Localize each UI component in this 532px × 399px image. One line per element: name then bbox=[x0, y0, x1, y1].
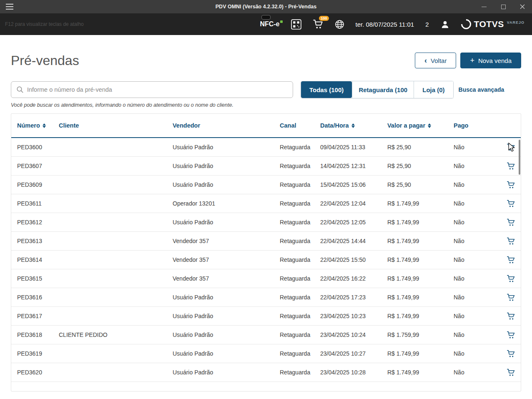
cart-icon bbox=[507, 162, 515, 170]
cart-icon bbox=[507, 350, 515, 358]
table-row[interactable]: PED3617 Usuário Padrão Retaguarda 23/04/… bbox=[11, 307, 521, 326]
cell-numero: PED3616 bbox=[17, 294, 59, 301]
open-sale-cart-button[interactable] bbox=[507, 294, 515, 301]
nfce-status[interactable]: NFC-e bbox=[260, 20, 279, 28]
open-sale-cart-button[interactable] bbox=[507, 312, 515, 320]
open-sale-cart-button[interactable] bbox=[507, 256, 515, 264]
window-title: PDV OMNI (Versão 4.2.32.0) - Pré-Vendas bbox=[216, 4, 316, 10]
cell-valor: R$ 1.749,99 bbox=[387, 238, 454, 244]
cell-canal: Retaguarda bbox=[280, 256, 320, 263]
table-row[interactable]: PED3613 Vendedor 357 Retaguarda 22/04/20… bbox=[11, 232, 521, 251]
table-row[interactable]: PED3619 Usuário Padrão Retaguarda 23/04/… bbox=[11, 344, 521, 363]
maximize-button[interactable] bbox=[494, 0, 513, 13]
cell-vendedor: Operador 13201 bbox=[173, 200, 280, 207]
column-header-numero[interactable]: Número bbox=[17, 122, 59, 129]
table-row[interactable]: PED3614 Vendedor 357 Retaguarda 22/04/20… bbox=[11, 251, 521, 269]
table-row[interactable]: PED3611 Operador 13201 Retaguarda 22/04/… bbox=[11, 194, 521, 213]
session-counter: 2 bbox=[425, 21, 429, 28]
plus-icon: + bbox=[470, 57, 474, 64]
datetime-label: ter. 08/07/2025 11:01 bbox=[356, 21, 414, 28]
table-row[interactable]: PED3615 Vendedor 357 Retaguarda 22/04/20… bbox=[11, 269, 521, 288]
presales-table: Número Cliente Vendedor Canal Data/Hora … bbox=[11, 113, 521, 391]
back-button[interactable]: ‹ Voltar bbox=[415, 53, 456, 68]
cart-icon bbox=[507, 369, 515, 376]
cell-valor: R$ 1.749,99 bbox=[387, 275, 454, 282]
sort-icon[interactable] bbox=[428, 123, 431, 128]
table-row[interactable]: PED3616 Usuário Padrão Retaguarda 22/04/… bbox=[11, 288, 521, 307]
cart-icon bbox=[507, 218, 515, 226]
column-header-datahora[interactable]: Data/Hora bbox=[320, 122, 387, 129]
table-row[interactable]: PED3612 Usuário Padrão Retaguarda 22/04/… bbox=[11, 213, 521, 232]
cart-icon bbox=[507, 294, 515, 301]
cell-vendedor: Usuário Padrão bbox=[173, 350, 280, 357]
open-sale-cart-button[interactable] bbox=[507, 350, 515, 358]
open-sale-cart-button[interactable] bbox=[507, 181, 515, 189]
open-sale-cart-button[interactable] bbox=[507, 237, 515, 245]
cell-valor: R$ 1.749,99 bbox=[387, 350, 454, 357]
cell-datahora: 23/04/2025 10:27 bbox=[320, 350, 387, 357]
cart-button[interactable]: 100 bbox=[313, 19, 324, 30]
table-row[interactable]: PED3618 CLIENTE PEDIDO Usuário Padrão Re… bbox=[11, 326, 521, 344]
open-sale-cart-button[interactable] bbox=[507, 162, 515, 170]
menu-icon[interactable] bbox=[0, 4, 19, 10]
new-sale-button[interactable]: + Nova venda bbox=[460, 53, 521, 68]
table-row[interactable]: PED3607 Usuário Padrão Retaguarda 14/04/… bbox=[11, 157, 521, 176]
user-button[interactable] bbox=[440, 20, 450, 29]
chevron-left-icon: ‹ bbox=[424, 57, 427, 64]
cell-numero: PED3607 bbox=[17, 163, 59, 169]
cell-datahora: 22/04/2025 12:05 bbox=[320, 219, 387, 226]
cell-datahora: 09/04/2025 11:33 bbox=[320, 144, 387, 151]
shortcut-hint: F12 para visualizar teclas de atalho bbox=[5, 21, 84, 27]
cell-cliente: CLIENTE PEDIDO bbox=[59, 331, 173, 338]
brand-logo: TOTVS VAREJO bbox=[461, 19, 524, 29]
cell-pago: Não bbox=[454, 294, 499, 301]
cell-canal: Retaguarda bbox=[280, 200, 320, 207]
column-header-pago: Pago bbox=[454, 122, 499, 129]
open-sale-cart-button[interactable] bbox=[507, 275, 515, 283]
open-sale-cart-button[interactable] bbox=[507, 218, 515, 226]
scrollbar-thumb[interactable] bbox=[519, 140, 520, 175]
cell-valor: R$ 25,90 bbox=[387, 163, 454, 169]
table-row[interactable]: PED3609 Usuário Padrão Retaguarda 15/04/… bbox=[11, 176, 521, 194]
cell-canal: Retaguarda bbox=[280, 275, 320, 282]
close-button[interactable] bbox=[513, 0, 532, 13]
column-header-vendedor: Vendedor bbox=[173, 122, 280, 129]
cell-pago: Não bbox=[454, 331, 499, 338]
cell-canal: Retaguarda bbox=[280, 369, 320, 376]
search-box bbox=[11, 81, 293, 98]
advanced-search-link[interactable]: Busca avançada bbox=[459, 86, 504, 93]
table-row[interactable]: PED3600 Usuário Padrão Retaguarda 09/04/… bbox=[11, 138, 521, 157]
column-header-valor[interactable]: Valor a pagar bbox=[387, 122, 454, 129]
topbar: F12 para visualizar teclas de atalho NFC… bbox=[0, 13, 532, 35]
open-sale-cart-button[interactable] bbox=[507, 331, 515, 339]
cell-numero: PED3617 bbox=[17, 313, 59, 319]
open-sale-cart-button[interactable] bbox=[507, 369, 515, 376]
filter-tab[interactable]: Todas (100) bbox=[301, 81, 352, 98]
column-header-canal: Canal bbox=[280, 122, 320, 129]
qr-code-button[interactable] bbox=[291, 19, 301, 30]
open-sale-cart-button[interactable] bbox=[507, 200, 515, 208]
cell-datahora: 22/04/2025 17:23 bbox=[320, 294, 387, 301]
filter-tab[interactable]: Retaguarda (100 bbox=[352, 81, 414, 98]
table-row[interactable]: PED3620 Usuário Padrão Retaguarda 23/04/… bbox=[11, 363, 521, 382]
cell-valor: R$ 1.749,99 bbox=[387, 294, 454, 301]
language-button[interactable] bbox=[335, 20, 344, 29]
sort-icon[interactable] bbox=[43, 123, 46, 128]
page-title: Pré-vendas bbox=[11, 53, 79, 68]
cell-vendedor: Usuário Padrão bbox=[173, 181, 280, 188]
cell-datahora: 15/04/2025 15:06 bbox=[320, 181, 387, 188]
cell-vendedor: Vendedor 357 bbox=[173, 275, 280, 282]
cell-valor: R$ 1.749,99 bbox=[387, 313, 454, 319]
cell-canal: Retaguarda bbox=[280, 331, 320, 338]
cell-vendedor: Usuário Padrão bbox=[173, 369, 280, 376]
cell-numero: PED3612 bbox=[17, 219, 59, 226]
open-sale-cart-button[interactable] bbox=[507, 143, 515, 151]
filter-tab[interactable]: Loja (0) bbox=[414, 81, 453, 98]
cell-numero: PED3618 bbox=[17, 331, 59, 338]
cell-pago: Não bbox=[454, 350, 499, 357]
sort-icon[interactable] bbox=[351, 123, 355, 128]
cell-pago: Não bbox=[454, 275, 499, 282]
cell-datahora: 23/04/2025 10:23 bbox=[320, 313, 387, 319]
search-input[interactable] bbox=[27, 86, 288, 93]
minimize-button[interactable] bbox=[474, 0, 494, 13]
